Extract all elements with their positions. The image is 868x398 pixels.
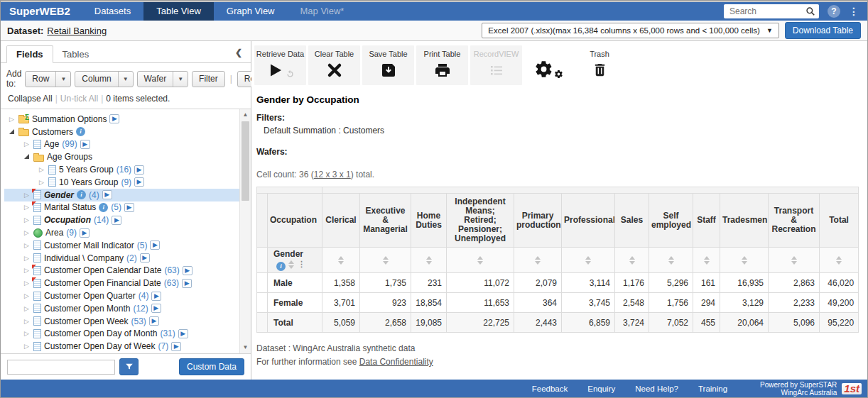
column-header[interactable]: Primary production	[514, 194, 562, 248]
row-menu-icon[interactable]: ⋮	[294, 260, 305, 268]
expander-icon[interactable]: ▷	[23, 318, 31, 325]
tree-item-5-years-group[interactable]: ▷ 5 Years Group (16) ▶	[4, 163, 239, 176]
sort-icon[interactable]	[585, 256, 591, 265]
retrieve-data-button[interactable]: Retrieve Data	[254, 45, 306, 85]
row-label[interactable]: Male	[268, 273, 322, 293]
add-to-table-icon[interactable]: ▶	[124, 203, 134, 212]
tree-item-individual-company[interactable]: ▷ Individual \ Company (2) ▶	[4, 252, 239, 265]
sort-icon[interactable]	[426, 256, 432, 265]
add-to-wafer-button[interactable]: Wafer▼	[137, 71, 188, 87]
search-input[interactable]	[728, 6, 805, 17]
info-icon[interactable]: i	[99, 203, 108, 212]
sort-icon[interactable]	[535, 256, 541, 265]
print-table-button[interactable]: Print Table	[416, 45, 468, 85]
tree-scrollbar[interactable]: ▲ ▼	[239, 109, 251, 353]
download-table-button[interactable]: Download Table	[785, 22, 861, 39]
column-header[interactable]: Independent Means; Retired; Pensioner; U…	[447, 194, 514, 248]
scroll-down-icon[interactable]: ▼	[243, 343, 249, 352]
column-header[interactable]: Clerical	[322, 194, 360, 248]
column-header[interactable]: Transport & Recreation	[769, 194, 820, 248]
column-header[interactable]: Home Duties	[411, 194, 447, 248]
tree-item-summation-options[interactable]: ▷ Summation Options ▶	[4, 113, 239, 126]
add-to-table-icon[interactable]: ▶	[171, 342, 181, 351]
sort-icon[interactable]	[338, 256, 344, 265]
nav-map-view[interactable]: Map View*	[288, 2, 357, 21]
tree-item-customer-open-month[interactable]: ▷ Customer Open Month (12) ▶	[4, 302, 239, 315]
expander-icon[interactable]: ▷	[23, 204, 31, 211]
add-to-table-icon[interactable]: ▶	[109, 114, 119, 123]
tree-item-customer-open-day-of-month[interactable]: ▷ Customer Open Day of Month (31) ▶	[4, 328, 239, 341]
add-to-table-icon[interactable]: ▶	[134, 165, 144, 175]
row-dimension-header[interactable]: Genderi⋮	[268, 248, 322, 273]
tree-item-customer-mail-indicator[interactable]: ▷ Customer Mail Indicator (5) ▶	[4, 239, 239, 252]
overflow-menu-icon[interactable]: ⋮	[849, 6, 859, 16]
tree-item-customer-open-financial-date[interactable]: ▷ Customer Open Financial Date (63) ▶	[4, 277, 239, 289]
expander-icon[interactable]: ▷	[23, 343, 31, 350]
expander-icon[interactable]: ▷	[23, 255, 31, 262]
tab-fields[interactable]: Fields	[6, 45, 53, 63]
info-icon[interactable]: i	[77, 190, 86, 199]
expander-icon[interactable]: ▷	[23, 305, 31, 312]
add-to-table-icon[interactable]: ▶	[150, 241, 160, 250]
tree-item-occupation[interactable]: ▷ Occupation (14) ▶	[4, 214, 239, 226]
expander-icon[interactable]: ▷	[23, 330, 31, 337]
expander-icon[interactable]: ▷	[23, 292, 31, 299]
column-header[interactable]: Self employed	[649, 194, 693, 248]
tree-item-age-groups[interactable]: Age Groups	[4, 150, 239, 163]
add-to-column-button[interactable]: Column▼	[75, 71, 133, 87]
column-dropdown-icon[interactable]: ▼	[118, 72, 133, 87]
add-to-table-icon[interactable]: ▶	[80, 140, 90, 149]
scroll-up-icon[interactable]: ▲	[243, 111, 249, 119]
tree-item-age[interactable]: ▷ Age (99) ▶	[4, 138, 239, 151]
save-table-button[interactable]: Save Table	[362, 45, 414, 85]
expander-icon[interactable]: ▷	[23, 216, 31, 223]
expander-icon[interactable]	[8, 128, 16, 136]
table-options-button[interactable]	[534, 60, 567, 82]
info-icon[interactable]: i	[76, 127, 85, 136]
custom-data-button[interactable]: Custom Data	[179, 358, 244, 375]
tree-item-gender[interactable]: ▷ Gender i (4) ▶	[4, 189, 239, 201]
add-to-table-icon[interactable]: ▶	[112, 216, 121, 225]
sort-icon[interactable]	[791, 256, 797, 265]
sort-icon[interactable]	[383, 256, 389, 265]
info-icon[interactable]: i	[276, 262, 286, 271]
expander-icon[interactable]: ▷	[38, 166, 45, 173]
tree-item-area[interactable]: ▷ Area (9) ▶	[4, 226, 239, 239]
expander-icon[interactable]: ▷	[23, 267, 31, 274]
add-to-filter-button[interactable]: Filter	[192, 71, 225, 87]
expander-icon[interactable]: ▷	[23, 242, 31, 249]
add-to-table-icon[interactable]: ▶	[183, 266, 192, 275]
dataset-name-link[interactable]: Retail Banking	[47, 26, 107, 36]
clear-table-button[interactable]: Clear Table	[308, 45, 360, 85]
trash-button[interactable]: Trash	[579, 45, 620, 85]
data-confidentiality-link[interactable]: Data Confidentiality	[359, 357, 433, 367]
add-to-table-icon[interactable]: ▶	[102, 190, 112, 199]
expander-icon[interactable]: ▷	[23, 280, 31, 287]
column-dimension-header[interactable]: Occupation⋮	[268, 194, 322, 248]
add-to-table-icon[interactable]: ▶	[134, 177, 144, 187]
scrollbar-thumb[interactable]	[242, 121, 249, 201]
collapse-sidebar-icon[interactable]: ❮	[235, 48, 242, 57]
footer-link-training[interactable]: Training	[698, 385, 727, 393]
footer-link-feedback[interactable]: Feedback	[532, 385, 568, 393]
row-dropdown-icon[interactable]: ▼	[55, 72, 70, 87]
filter-fields-button[interactable]	[119, 358, 139, 375]
sort-icon[interactable]	[668, 256, 674, 265]
sort-icon[interactable]	[629, 256, 635, 265]
tree-item-10-years-group[interactable]: ▷ 10 Years Group (9) ▶	[4, 176, 239, 189]
tab-tables[interactable]: Tables	[53, 46, 99, 62]
column-header[interactable]: Tradesmen	[720, 194, 769, 248]
add-to-table-icon[interactable]: ▶	[80, 228, 89, 238]
footer-link-enquiry[interactable]: Enquiry	[587, 385, 615, 393]
expander-icon[interactable]: ▷	[23, 229, 31, 236]
sort-icon[interactable]	[742, 256, 747, 265]
row-label[interactable]: Total	[268, 313, 322, 333]
column-header[interactable]: Sales	[615, 194, 649, 248]
column-header[interactable]: Staff	[693, 194, 720, 248]
export-format-select[interactable]: Excel 2007 (.xlsx)(max 16,384 columns x …	[482, 23, 779, 38]
wafer-dropdown-icon[interactable]: ▼	[173, 72, 188, 87]
add-to-table-icon[interactable]: ▶	[178, 329, 188, 338]
add-to-table-icon[interactable]: ▶	[149, 316, 159, 326]
field-search-input[interactable]	[7, 360, 115, 375]
footer-link-need-help[interactable]: Need Help?	[635, 385, 678, 393]
